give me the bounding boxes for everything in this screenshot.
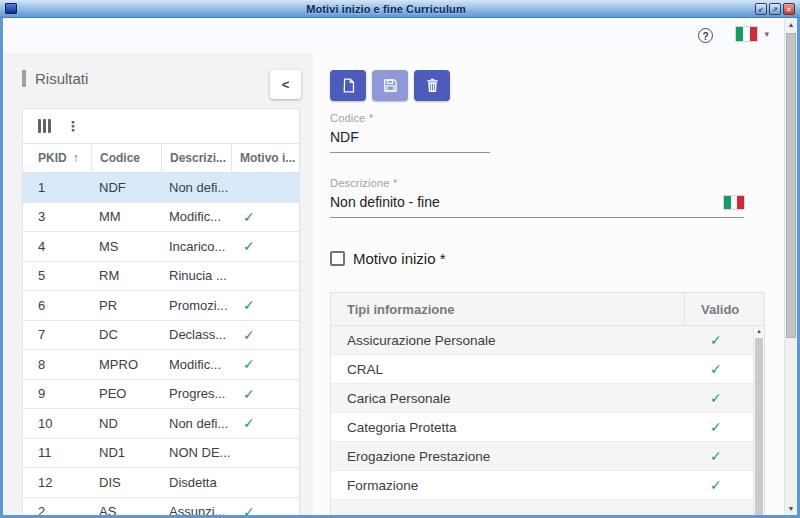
check-icon: ✓	[710, 477, 722, 493]
cell-valido: ✓	[684, 390, 764, 406]
title-accent-bar	[22, 70, 26, 87]
cell-motivo: ✓	[231, 297, 299, 313]
cell-pkid: 5	[23, 268, 91, 283]
scrollbar-thumb[interactable]	[786, 33, 796, 338]
table-row[interactable]: Categoria Protetta ✓	[331, 413, 764, 442]
codice-input[interactable]: NDF	[330, 129, 359, 145]
cell-codice: RM	[91, 268, 161, 283]
cell-motivo: ✓	[231, 327, 299, 343]
cell-descrizione: Incarico...	[161, 239, 231, 254]
table-row[interactable]: 7 DC Declass... ✓	[23, 321, 299, 351]
save-floppy-icon	[382, 77, 399, 94]
cell-pkid: 9	[23, 386, 91, 401]
save-button[interactable]	[372, 70, 408, 101]
results-title: Risultati	[35, 70, 88, 87]
motivo-inizio-checkbox[interactable]	[330, 251, 345, 266]
more-options-icon[interactable]: ⋮	[66, 119, 80, 133]
table-row[interactable]: Assicurazione Personale ✓	[331, 326, 764, 355]
cell-descrizione: Non defi...	[161, 180, 231, 195]
table-row[interactable]: Formazione ✓	[331, 471, 764, 500]
check-icon: ✓	[710, 332, 722, 348]
check-icon: ✓	[243, 386, 255, 402]
new-button[interactable]	[330, 70, 366, 101]
column-header-tipi-informazione[interactable]: Tipi informazione	[331, 293, 684, 325]
table-row[interactable]: Erogazione Prestazione ✓	[331, 442, 764, 471]
table-row[interactable]: 5 RM Rinucia ...	[23, 262, 299, 292]
table-row[interactable]: 12 DIS Disdetta	[23, 468, 299, 498]
cell-descrizione: Promozi...	[161, 298, 231, 313]
scroll-up-icon[interactable]: ▲	[785, 18, 797, 31]
check-icon: ✓	[243, 356, 255, 372]
cell-codice: MS	[91, 239, 161, 254]
check-icon: ✓	[243, 415, 255, 431]
column-header-motivo[interactable]: Motivo i...	[231, 144, 299, 172]
cell-tipo: Erogazione Prestazione	[331, 449, 684, 464]
cell-descrizione: Assunzi...	[161, 504, 231, 515]
language-selector[interactable]: ▾	[736, 27, 769, 41]
cell-descrizione: Modific...	[161, 209, 231, 224]
cell-pkid: 3	[23, 209, 91, 224]
titlebar[interactable]: Motivi inizio e fine Curriculum ↙ ↗ ✕	[0, 0, 800, 18]
help-icon[interactable]: ?	[698, 28, 713, 43]
cell-descrizione: Rinucia ...	[161, 268, 231, 283]
table-row[interactable]: CRAL ✓	[331, 355, 764, 384]
codice-field: Codice * NDF	[330, 112, 490, 153]
cell-pkid: 11	[23, 445, 91, 460]
cell-codice: DIS	[91, 475, 161, 490]
descrizione-label: Descrizione *	[330, 177, 744, 189]
table-row[interactable]: 9 PEO Progres... ✓	[23, 380, 299, 410]
vertical-scrollbar[interactable]: ▲ ▼	[784, 18, 797, 515]
column-chooser-icon[interactable]	[38, 119, 51, 133]
column-header-valido[interactable]: Valido	[684, 293, 764, 325]
app-window: Motivi inizio e fine Curriculum ↙ ↗ ✕ ? …	[0, 0, 800, 518]
results-panel-header: Risultati	[22, 70, 88, 87]
scroll-down-icon[interactable]: ▼	[785, 502, 797, 515]
check-icon: ✓	[243, 327, 255, 343]
results-table-body: 1 NDF Non defi... 3 MM Modific... ✓ 4 MS…	[23, 173, 299, 515]
cell-valido: ✓	[684, 332, 764, 348]
check-icon: ✓	[243, 238, 255, 254]
table-row[interactable]: 2 AS Assunzi... ✓	[23, 498, 299, 516]
descrizione-input[interactable]: Non definito - fine	[330, 194, 440, 210]
window-body: ? ▾ Risultati < ⋮	[0, 18, 800, 518]
cell-pkid: 10	[23, 416, 91, 431]
info-table-scrollbar[interactable]: ▲	[753, 326, 764, 515]
cell-motivo: ✓	[231, 504, 299, 515]
close-button[interactable]: ✕	[783, 3, 795, 15]
cell-motivo: ✓	[231, 386, 299, 402]
check-icon: ✓	[243, 209, 255, 225]
column-header-pkid[interactable]: PKID ↑	[23, 144, 91, 172]
cell-codice: ND	[91, 416, 161, 431]
table-row[interactable]: 1 NDF Non defi...	[23, 173, 299, 203]
cell-tipo: Categoria Protetta	[331, 420, 684, 435]
sort-asc-icon: ↑	[73, 151, 79, 165]
cell-pkid: 1	[23, 180, 91, 195]
cell-valido: ✓	[684, 419, 764, 435]
cell-descrizione: Disdetta	[161, 475, 231, 490]
cell-descrizione: Modific...	[161, 357, 231, 372]
table-row[interactable]: 4 MS Incarico... ✓	[23, 232, 299, 262]
table-row[interactable]: 3 MM Modific... ✓	[23, 203, 299, 233]
table-row[interactable]: 11 ND1 NON DE...	[23, 439, 299, 469]
maximize-button[interactable]: ↗	[769, 3, 781, 15]
column-header-label: PKID	[38, 151, 67, 165]
info-table-body: Assicurazione Personale ✓ CRAL ✓ Carica …	[331, 326, 764, 500]
check-icon: ✓	[710, 361, 722, 377]
table-row[interactable]: Carica Personale ✓	[331, 384, 764, 413]
cell-pkid: 6	[23, 298, 91, 313]
collapse-panel-button[interactable]: <	[270, 70, 301, 99]
column-header-descrizione[interactable]: Descrizi...	[161, 144, 231, 172]
table-row[interactable]: 6 PR Promozi... ✓	[23, 291, 299, 321]
table-row[interactable]: 8 MPRO Modific... ✓	[23, 350, 299, 380]
cell-valido: ✓	[684, 448, 764, 464]
scroll-up-icon[interactable]: ▲	[754, 326, 764, 337]
minimize-button[interactable]: ↙	[755, 3, 767, 15]
codice-label: Codice *	[330, 112, 490, 124]
column-header-codice[interactable]: Codice	[91, 144, 161, 172]
delete-button[interactable]	[414, 70, 450, 101]
table-row[interactable]: 10 ND Non defi... ✓	[23, 409, 299, 439]
cell-codice: ND1	[91, 445, 161, 460]
cell-pkid: 8	[23, 357, 91, 372]
scrollbar-thumb[interactable]	[755, 338, 763, 515]
italian-flag-icon	[736, 27, 757, 41]
